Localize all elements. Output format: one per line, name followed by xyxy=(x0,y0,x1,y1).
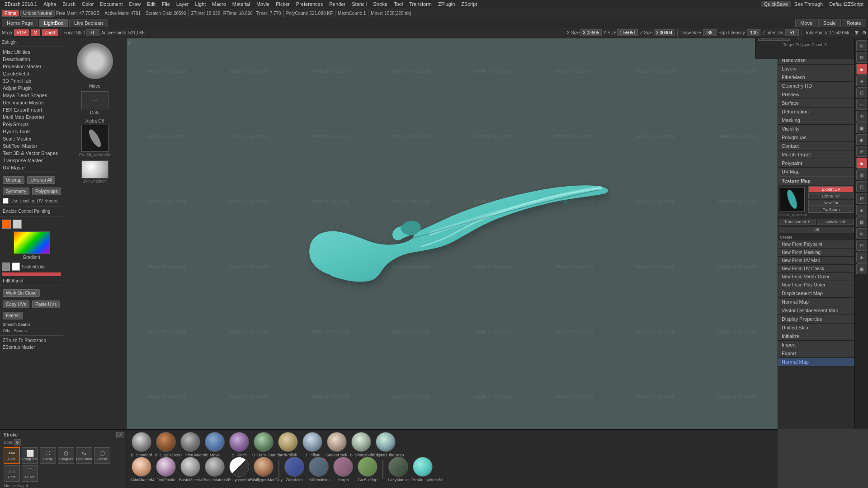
symmetry-icon[interactable]: ⊞ xyxy=(854,30,859,36)
icon-btn-14[interactable]: ▦ xyxy=(856,216,867,227)
sidebar-transpose-master[interactable]: Transpose Master xyxy=(0,157,63,164)
gradient-picker[interactable] xyxy=(14,231,50,254)
sidebar-text-3d[interactable]: Text 3D & Vector Shapes xyxy=(0,150,63,157)
icon-btn-9[interactable]: ⊕ xyxy=(856,146,867,157)
stroke-curve-icon[interactable]: ⌒ Curve xyxy=(22,465,38,482)
menu-tool[interactable]: Tool xyxy=(391,1,406,7)
new-txr-btn[interactable]: New Txr xyxy=(808,200,854,206)
fiber-mesh-btn[interactable]: FiberMesh xyxy=(778,73,854,82)
sidebar-decimation-master[interactable]: Decimation Master xyxy=(0,99,63,106)
icon-btn-18[interactable]: ▣ xyxy=(856,263,867,274)
transparent-btn[interactable]: Transparent: 0 xyxy=(779,219,816,225)
display-properties-btn[interactable]: Display Properties xyxy=(778,315,854,324)
brush-item-gizbld[interactable]: GizBuildup xyxy=(356,457,379,482)
default2zscript-btn[interactable]: Default2ZScript xyxy=(826,1,866,7)
polygroups-btn[interactable]: Polygroups xyxy=(32,188,61,195)
antialiased-btn[interactable]: Antialiased xyxy=(817,219,854,225)
menu-color[interactable]: Color xyxy=(79,1,96,7)
brush-item-toyplastic[interactable]: ToyPlastic xyxy=(155,457,177,482)
x-size-val[interactable]: 3.03605 xyxy=(580,29,601,36)
brush-item-follygonclay[interactable]: FollygonMatClay xyxy=(252,457,275,482)
menu-zplugin2[interactable]: ZPlugin xyxy=(435,1,458,7)
stroke-freehand-icon[interactable]: ∿ FreeHand xyxy=(76,447,92,464)
btn-move[interactable]: Move xyxy=(795,19,817,27)
m-btn[interactable]: M xyxy=(31,29,40,36)
quick-save-btn[interactable]: QuickSave xyxy=(761,1,791,7)
move-brush-preview[interactable] xyxy=(77,43,113,79)
stroke-dragrect-icon[interactable]: ⬜ DragRect xyxy=(22,447,38,464)
polypaint-btn[interactable]: Polypaint xyxy=(778,159,854,168)
menu-stencil[interactable]: Stencil xyxy=(349,1,369,7)
switch-color2[interactable] xyxy=(12,263,20,271)
menu-zscript[interactable]: ZScript xyxy=(458,1,480,7)
sidebar-fbx-export[interactable]: FBX ExportImport xyxy=(0,106,63,113)
unwrap-btn[interactable]: Unwrap xyxy=(3,176,24,184)
icon-btn-17[interactable]: ◈ xyxy=(856,252,867,263)
texture-map-btn[interactable]: Texture Map xyxy=(778,177,854,185)
menu-layer[interactable]: Layer xyxy=(174,1,192,7)
stroke-rect-icon[interactable]: ▭ Rect xyxy=(4,465,20,482)
menu-alpha[interactable]: Alpha xyxy=(41,1,59,7)
brush-item-claytubes[interactable]: B_ClayTubes xyxy=(155,432,177,457)
new-from-uv-map-btn[interactable]: New From UV Map xyxy=(778,257,854,265)
rgb-btn[interactable]: RGB xyxy=(14,29,29,36)
brush-item-inflate[interactable]: B_Inflate xyxy=(301,432,324,457)
texture-thumbnail[interactable] xyxy=(780,187,805,212)
brush-dots-pattern[interactable]: ⋯ xyxy=(81,91,108,109)
sidebar-zbrush-to-photoshop[interactable]: ZBrush To Photoshop xyxy=(0,337,63,344)
displacement-map-btn[interactable]: Displacement Map xyxy=(778,289,854,298)
icon-btn-2[interactable]: ⊞ xyxy=(856,52,867,63)
draw-size-val[interactable]: 88 xyxy=(703,29,717,36)
polygroups-btn2[interactable]: Polygroups xyxy=(778,133,854,142)
alpha-preview[interactable] xyxy=(81,125,108,152)
symmetry-btn[interactable]: Symmetry xyxy=(3,188,29,195)
switch-color1[interactable] xyxy=(2,263,10,271)
brush-item-morph[interactable]: Morph xyxy=(332,457,354,482)
icon-btn-12[interactable]: ⊞ xyxy=(856,193,867,204)
menu-file[interactable]: File xyxy=(159,1,173,7)
normal-map-btn[interactable]: Normal Map xyxy=(778,298,854,306)
export-btn[interactable]: Export xyxy=(778,349,854,358)
new-from-poly-order-btn[interactable]: New From Poly Order xyxy=(778,281,854,289)
3d-model-container[interactable] xyxy=(127,38,778,429)
sidebar-enable-control-painting[interactable]: Enable Control Painting xyxy=(0,208,63,215)
unified-skin-btn[interactable]: Unified Skin xyxy=(778,324,854,332)
menu-movie[interactable]: Movie xyxy=(254,1,272,7)
brush-item-lazymouse[interactable]: LazyMouse xyxy=(387,457,410,482)
tab-lightbox[interactable]: LightBox xyxy=(39,19,68,27)
contact-btn[interactable]: Contact xyxy=(778,142,854,150)
btn-scale[interactable]: Scale xyxy=(818,19,841,27)
initialize-btn[interactable]: Initialize xyxy=(778,332,854,341)
sidebar-subtool-master[interactable]: SubTool Master xyxy=(0,142,63,150)
fill-btn[interactable]: Fill xyxy=(779,227,854,233)
new-from-masking-btn[interactable]: New From Masking xyxy=(778,249,854,257)
sidebar-misc-utilities[interactable]: Misc Utilities xyxy=(0,48,63,56)
brush-item-trimdynamic[interactable]: B_TrimDynamic xyxy=(179,432,202,457)
unwrap-all-btn[interactable]: Unwrap All xyxy=(27,176,55,184)
preview-btn[interactable]: Preview xyxy=(778,90,854,99)
icon-btn-15[interactable]: ⊕ xyxy=(856,228,867,239)
new-from-polypaint-btn[interactable]: New From Polypaint xyxy=(778,240,854,249)
sidebar-ryans-tools[interactable]: Ryan's Tools xyxy=(0,128,63,135)
brush-item-basicmaterial[interactable]: BasicMaterial xyxy=(179,457,202,482)
use-existing-uv-check[interactable] xyxy=(3,198,9,204)
menu-picker[interactable]: Picker xyxy=(273,1,292,7)
stroke-spray-icon[interactable]: ∷ Spray xyxy=(40,447,56,464)
icon-btn-red-1[interactable]: ■ xyxy=(856,64,867,75)
icon-btn-4[interactable]: ⊡ xyxy=(856,87,867,98)
sidebar-maya-blend-shapes[interactable]: Maya Blend Shapes xyxy=(0,92,63,99)
menu-zplugin[interactable]: ZBrush 2018.1 xyxy=(2,1,40,7)
menu-edit[interactable]: Edit xyxy=(144,1,158,7)
uv-map-btn[interactable]: UV Map xyxy=(778,168,854,176)
dots-value[interactable]: 0 xyxy=(14,439,21,446)
sidebar-3d-print-hub[interactable]: 3D Print Hub xyxy=(0,77,63,84)
main-viewport[interactable]: www.rr-sc.com www.rr-sc.com www.rr-sc.co… xyxy=(127,38,778,429)
export-uv-btn[interactable]: Export UV xyxy=(808,186,854,192)
brush-item-basicmaterial2[interactable]: BasicMaterial2 xyxy=(203,457,226,482)
flatten-btn[interactable]: Flatten xyxy=(3,312,23,319)
material-preview[interactable] xyxy=(81,160,108,178)
import-btn[interactable]: Import xyxy=(778,341,854,349)
brush-item-standard[interactable]: B_Standard xyxy=(130,432,153,457)
brush-item-sharpsoftedge[interactable]: B_SharpSoftEdge xyxy=(350,432,373,457)
menu-draw[interactable]: Draw xyxy=(126,1,143,7)
